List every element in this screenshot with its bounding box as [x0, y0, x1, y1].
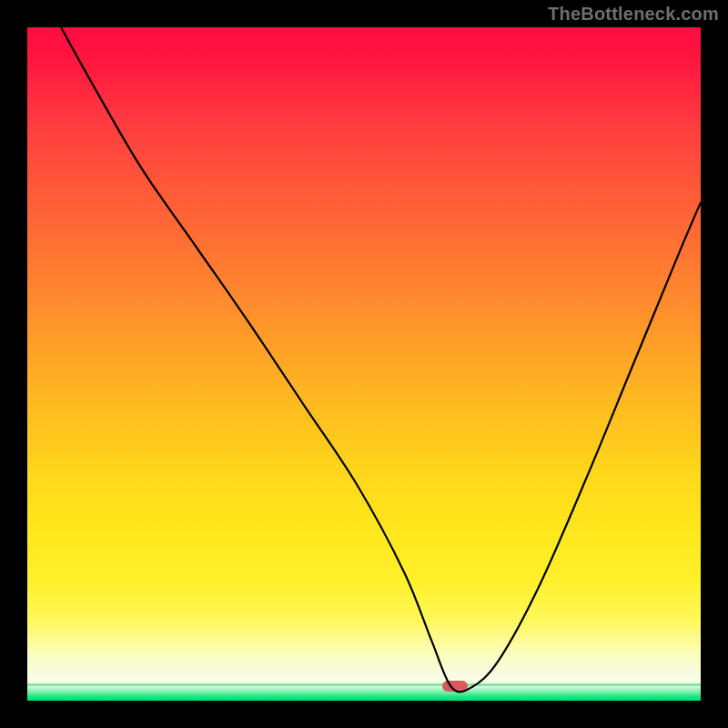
- chart-frame: TheBottleneck.com: [0, 0, 728, 728]
- plot-area: [27, 27, 701, 701]
- watermark-text: TheBottleneck.com: [548, 4, 719, 25]
- bottleneck-curve-path: [61, 27, 701, 692]
- curve-svg: [27, 27, 701, 701]
